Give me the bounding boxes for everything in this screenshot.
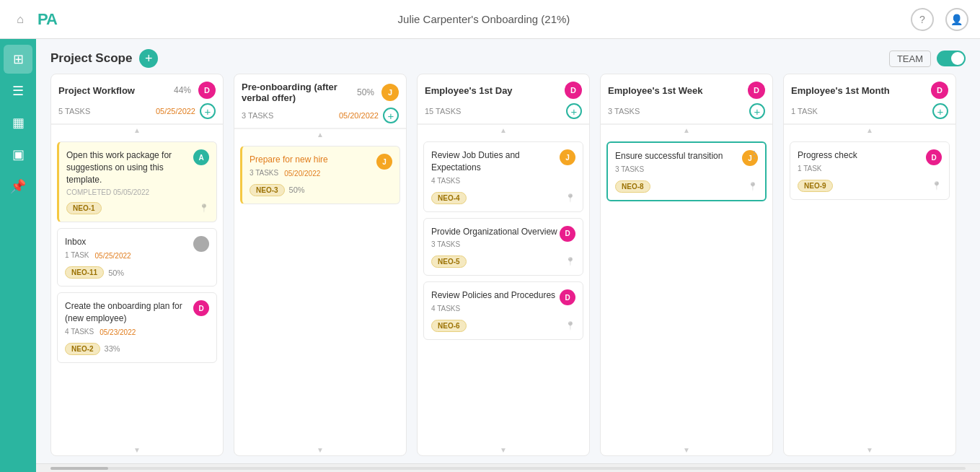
card-footer: NEO-5📍	[431, 255, 575, 268]
scroll-down-indicator[interactable]: ▼	[418, 445, 589, 455]
col-header-col-1stweek: Employee's 1st WeekD3 TASKS+	[601, 74, 772, 125]
card-badge: NEO-2	[65, 343, 100, 355]
scroll-up-indicator[interactable]: ▲	[51, 125, 223, 136]
col-avatar: D	[565, 82, 582, 99]
card-date: 05/25/2022	[95, 252, 131, 260]
column-col-1stmonth: Employee's 1st MonthD1 TASK+▲Progress ch…	[783, 74, 956, 456]
col-avatar: D	[198, 82, 216, 99]
col-body-col-1stweek: ⋮Ensure successful transition3 TASKSJNEO…	[601, 136, 772, 445]
scroll-down-indicator[interactable]: ▼	[601, 445, 772, 455]
col-header-col-preonboarding: Pre-onboarding (after verbal offer)50%J3…	[234, 74, 406, 129]
card-footer: NEO-233%	[65, 343, 209, 355]
col-body-col-1stmonth: Progress check1 TASKDNEO-9📍	[784, 136, 955, 445]
card-badge: NEO-5	[431, 255, 467, 268]
col-add-button[interactable]: +	[566, 103, 582, 119]
card-footer: NEO-350%	[250, 184, 392, 196]
scroll-down-indicator[interactable]: ▼	[784, 445, 955, 455]
home-icon[interactable]: ⌂	[12, 11, 29, 28]
col-add-button[interactable]: +	[932, 103, 948, 119]
card-subtitle: 4 TASKS	[65, 328, 94, 336]
more-options-icon[interactable]: ⋮	[749, 149, 759, 160]
card-percent: 33%	[105, 344, 120, 353]
col-title: Pre-onboarding (after verbal offer)	[242, 82, 357, 103]
card-title: Review Policies and Procedures	[431, 289, 560, 302]
task-card[interactable]: Open this work package for suggestions o…	[57, 141, 217, 222]
scroll-down-indicator[interactable]: ▼	[51, 445, 223, 455]
card-avatar: A	[193, 149, 209, 165]
scope-title: Project Scope	[50, 51, 132, 66]
card-subtitle: 4 TASKS	[431, 177, 460, 185]
card-avatar: J	[376, 154, 392, 170]
card-subtitle: 4 TASKS	[431, 305, 460, 313]
team-label: TEAM	[889, 51, 931, 67]
card-footer: NEO-1📍	[66, 202, 209, 214]
task-card[interactable]: Prepare for new hire3 TASKS05/20/2022JNE…	[240, 146, 400, 204]
col-header-col-1stmonth: Employee's 1st MonthD1 TASK+	[784, 74, 955, 125]
col-add-button[interactable]: +	[749, 103, 765, 119]
card-title: Inbox	[65, 236, 193, 248]
task-card[interactable]: Review Policies and Procedures4 TASKSDNE…	[423, 281, 583, 340]
sidebar-item-pin[interactable]: 📌	[4, 172, 32, 201]
col-title: Project Workflow	[58, 85, 174, 96]
task-card[interactable]: Create the onboarding plan for (new empl…	[57, 292, 217, 363]
col-add-button[interactable]: +	[383, 108, 399, 123]
card-title: Provide Organizational Overview	[431, 226, 560, 238]
add-scope-button[interactable]: +	[139, 49, 158, 68]
sidebar-item-calendar[interactable]: ▣	[4, 140, 32, 169]
col-title: Employee's 1st Month	[791, 85, 931, 96]
scrollbar-track	[50, 467, 966, 470]
card-footer: NEO-1150%	[65, 266, 209, 279]
task-card[interactable]: Progress check1 TASKDNEO-9📍	[790, 141, 950, 200]
column-col-workflow: Project Workflow44%D5 TASKS05/25/2022+▲O…	[50, 74, 224, 456]
pin-icon: 📍	[565, 193, 575, 203]
col-tasks-count: 5 TASKS	[58, 107, 90, 115]
card-footer: NEO-8📍	[615, 180, 758, 193]
team-toggle-switch[interactable]	[937, 51, 966, 66]
scrollbar-thumb	[50, 467, 108, 470]
scroll-up-indicator[interactable]: ▲	[418, 125, 589, 136]
sidebar-item-doc[interactable]: ☰	[4, 77, 32, 105]
card-footer: NEO-6📍	[431, 320, 575, 332]
card-subtitle: 3 TASKS	[250, 169, 278, 177]
task-card[interactable]: Review Job Duties and Expectations4 TASK…	[423, 141, 583, 212]
col-body-col-preonboarding: Prepare for new hire3 TASKS05/20/2022JNE…	[234, 140, 406, 445]
col-avatar: J	[381, 84, 399, 101]
col-avatar: D	[748, 82, 765, 99]
column-col-1stday: Employee's 1st DayD15 TASKS+▲Review Job …	[417, 74, 590, 456]
col-percent: 50%	[357, 87, 374, 97]
pin-icon: 📍	[565, 321, 575, 331]
topbar: ⌂ PA Julie Carpenter's Onboarding (21%) …	[0, 0, 980, 39]
card-avatar: D	[560, 289, 575, 305]
task-card[interactable]: Provide Organizational Overview3 TASKSDN…	[423, 218, 583, 276]
card-percent: 50%	[108, 268, 124, 277]
scroll-down-indicator[interactable]: ▼	[234, 445, 406, 455]
sidebar: ⊞ ☰ ▦ ▣ 📌	[0, 39, 36, 472]
task-card[interactable]: ⋮Ensure successful transition3 TASKSJNEO…	[606, 141, 767, 201]
sidebar-item-grid[interactable]: ⊞	[4, 45, 32, 74]
task-card[interactable]: Inbox1 TASK05/25/2022NEO-1150%	[57, 228, 217, 287]
help-icon[interactable]: ?	[911, 8, 934, 31]
scroll-up-indicator[interactable]: ▲	[601, 125, 772, 136]
scroll-up-indicator[interactable]: ▲	[234, 129, 406, 140]
user-avatar[interactable]: 👤	[945, 8, 968, 31]
card-badge: NEO-4	[431, 192, 467, 204]
card-title: Ensure successful transition	[615, 150, 742, 162]
card-badge: NEO-3	[250, 184, 285, 196]
card-footer: NEO-9📍	[798, 180, 942, 192]
scroll-up-indicator[interactable]: ▲	[784, 125, 955, 136]
card-badge: NEO-1	[66, 202, 102, 214]
col-add-button[interactable]: +	[200, 103, 216, 119]
sidebar-item-chart[interactable]: ▦	[4, 108, 32, 137]
col-tasks-count: 3 TASKS	[608, 107, 640, 115]
card-badge: NEO-9	[798, 180, 833, 192]
column-col-1stweek: Employee's 1st WeekD3 TASKS+▲⋮Ensure suc…	[600, 74, 773, 456]
card-avatar: D	[560, 226, 575, 242]
card-title: Create the onboarding plan for (new empl…	[65, 300, 193, 325]
card-footer: NEO-4📍	[431, 192, 575, 204]
layout: ⊞ ☰ ▦ ▣ 📌 Project Scope + TEAM Project W…	[0, 39, 980, 472]
card-avatar	[193, 236, 209, 252]
bottom-scrollbar[interactable]	[36, 463, 980, 472]
card-avatar: D	[193, 300, 209, 316]
pin-icon: 📍	[932, 181, 942, 191]
team-toggle-row: TEAM	[889, 51, 966, 67]
